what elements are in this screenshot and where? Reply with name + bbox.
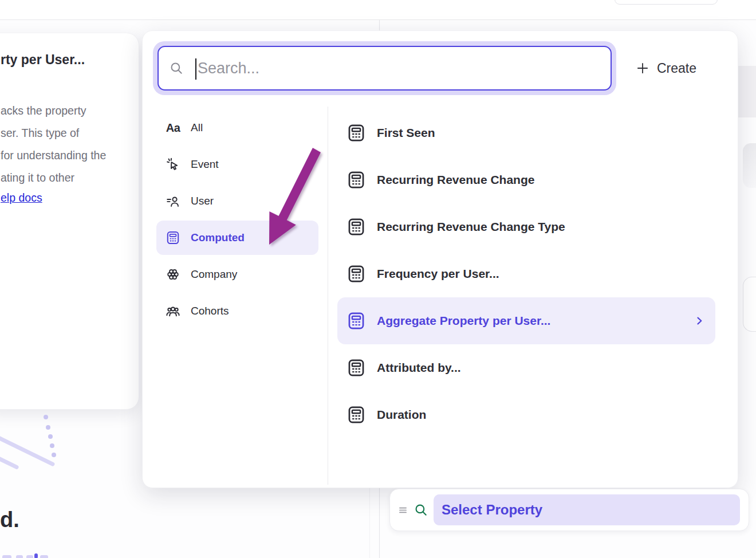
search-focus-ring	[153, 41, 616, 95]
category-cohorts[interactable]: Cohorts	[156, 294, 318, 328]
screen: rty per User... acks the property ser. T…	[0, 0, 756, 558]
property-info-tooltip: rty per User... acks the property ser. T…	[0, 33, 139, 410]
property-filter-row: Select Property	[389, 489, 749, 531]
cursor-click-icon	[166, 157, 180, 172]
search-icon	[169, 61, 184, 76]
property-duration[interactable]: Duration	[337, 391, 715, 438]
cohorts-people-icon	[166, 304, 180, 319]
plus-icon	[635, 61, 650, 76]
category-label: Company	[191, 268, 237, 281]
category-all[interactable]: AaAll	[156, 111, 318, 145]
property-label: Aggregate Property per User...	[377, 314, 550, 328]
help-docs-link[interactable]: elp docs	[1, 191, 42, 205]
decorative-dot	[48, 434, 53, 439]
property-label: Duration	[377, 408, 426, 422]
lookup-search-icon	[414, 502, 428, 517]
calculator-icon	[346, 405, 366, 425]
company-flower-icon	[166, 267, 180, 282]
background-row-fragment	[738, 66, 756, 117]
column-divider-faint	[369, 488, 370, 558]
tooltip-body-line: ser. This type of	[1, 122, 106, 144]
category-label: Event	[191, 158, 219, 171]
decorative-dot	[44, 415, 48, 419]
category-label: All	[191, 121, 203, 134]
calculator-icon	[346, 123, 366, 143]
search-field[interactable]	[158, 46, 612, 91]
property-list: First SeenRecurring Revenue ChangeRecurr…	[337, 109, 715, 438]
decorative-dot	[46, 425, 50, 430]
property-selector-popover: Create AaAllEventUserComputedCompanyCoho…	[142, 30, 738, 488]
cutoff-text-fragment	[34, 553, 38, 558]
property-label: Recurring Revenue Change	[377, 173, 534, 187]
tooltip-body-line: ating it to other	[1, 167, 106, 189]
property-recurring-revenue-change-type[interactable]: Recurring Revenue Change Type	[337, 203, 715, 250]
chevron-right-icon	[694, 315, 705, 327]
drag-handle-icon[interactable]	[397, 505, 408, 516]
page-heading-fragment: d.	[0, 508, 19, 532]
header-divider	[0, 19, 756, 20]
user-list-icon	[166, 194, 180, 209]
tooltip-body: acks the property ser. This type of for …	[1, 100, 106, 189]
decorative-dot	[52, 453, 56, 457]
calculator-icon	[346, 358, 366, 378]
tooltip-body-line: for understanding the	[1, 144, 106, 167]
text-format-icon: Aa	[166, 120, 180, 135]
property-label: Frequency per User...	[377, 267, 499, 281]
property-recurring-revenue-change[interactable]: Recurring Revenue Change	[337, 156, 715, 203]
category-computed[interactable]: Computed	[156, 221, 318, 255]
popover-divider	[328, 107, 328, 485]
background-card-fragment	[743, 143, 756, 188]
calculator-icon	[346, 311, 366, 331]
category-user[interactable]: User	[156, 184, 318, 218]
cutoff-text-fragment	[26, 555, 33, 558]
category-label: Cohorts	[191, 305, 229, 317]
search-input[interactable]	[184, 60, 611, 77]
property-label: Recurring Revenue Change Type	[377, 220, 565, 234]
select-property-label: Select Property	[442, 502, 542, 518]
property-attributed-by[interactable]: Attributed by...	[337, 344, 715, 391]
calculator-icon	[346, 170, 366, 190]
category-label: Computed	[191, 231, 245, 244]
text-caret	[195, 58, 196, 80]
category-event[interactable]: Event	[156, 147, 318, 182]
cutoff-text-fragment	[40, 555, 48, 558]
tooltip-body-line: acks the property	[1, 100, 106, 122]
cutoff-text-fragment	[2, 555, 11, 558]
select-property-button[interactable]: Select Property	[434, 494, 740, 525]
property-first-seen[interactable]: First Seen	[337, 109, 715, 156]
create-button-label: Create	[657, 61, 696, 76]
category-label: User	[191, 195, 214, 207]
property-aggregate-property-per-user[interactable]: Aggregate Property per User...	[337, 297, 715, 344]
calculator-icon	[166, 230, 180, 245]
tooltip-title: rty per User...	[1, 52, 85, 68]
category-list: AaAllEventUserComputedCompanyCohorts	[156, 111, 318, 331]
background-button-fragment	[615, 0, 718, 5]
calculator-icon	[346, 217, 366, 237]
cutoff-text-fragment	[16, 555, 23, 558]
property-label: Attributed by...	[377, 361, 461, 375]
calculator-icon	[346, 264, 366, 284]
background-card-fragment	[743, 277, 756, 332]
column-divider	[379, 488, 380, 558]
category-company[interactable]: Company	[156, 257, 318, 292]
property-frequency-per-user[interactable]: Frequency per User...	[337, 250, 715, 297]
decorative-dot	[50, 443, 54, 448]
create-button[interactable]: Create	[635, 54, 696, 82]
property-label: First Seen	[377, 126, 435, 140]
column-divider	[379, 20, 380, 30]
